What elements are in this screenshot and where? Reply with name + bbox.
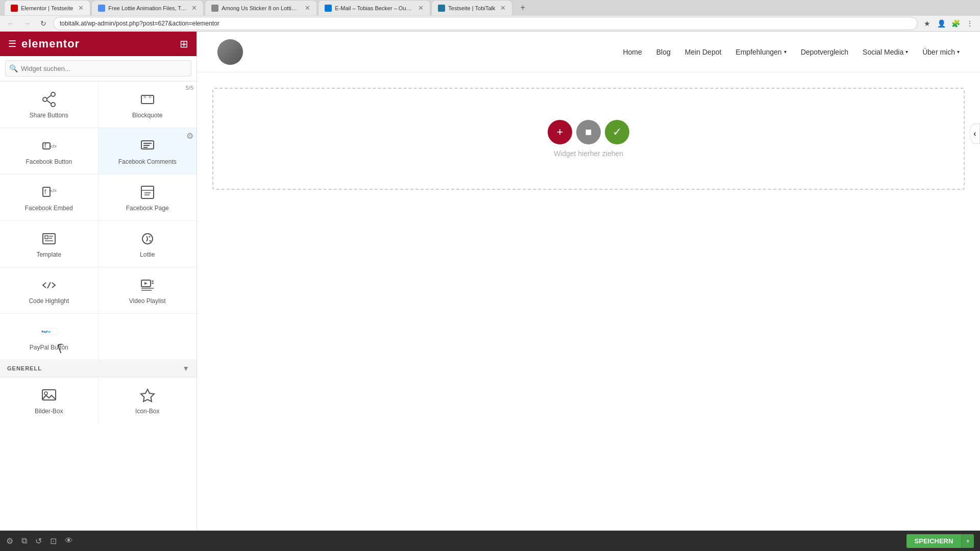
address-bar[interactable]: tobitalk.at/wp-admin/post.php?post=627&a… [53, 17, 918, 30]
widget-share-buttons[interactable]: Share Buttons [0, 82, 99, 128]
widget-template[interactable]: Template [0, 221, 99, 267]
nav-social-media[interactable]: Social Media ▾ [863, 48, 908, 56]
tab-close-wp[interactable]: ✕ [500, 4, 506, 12]
svg-point-29 [149, 240, 151, 242]
widget-video-playlist[interactable]: Video Playlist [99, 267, 197, 313]
widget-icon-box[interactable]: Icon-Box [99, 378, 197, 423]
section-generell-title: GENERELL [7, 365, 42, 371]
widgets-row-6: Pay Pal PayPal Button [0, 313, 197, 360]
canvas-area: Home Blog Mein Depot Empfehlungen ▾ Depo… [197, 32, 980, 531]
widget-bilder-box[interactable]: Bilder-Box [0, 378, 99, 423]
tab-favicon-among [211, 5, 218, 12]
section-generell-arrow: ▼ [182, 364, 189, 372]
tab-close-lottie[interactable]: ✕ [191, 4, 197, 12]
bookmark-button[interactable]: ★ [921, 17, 933, 30]
widgets-row-1: Share Buttons " " Blockquote 5/5 [0, 81, 197, 128]
widget-empty [99, 314, 197, 360]
tab-outlook[interactable]: E-Mail – Tobias Becker – Outlook ✕ [318, 0, 430, 15]
elementor-sidebar: ☰ elementor ⊞ 🔍 [0, 32, 197, 531]
nav-mein-depot[interactable]: Mein Depot [685, 48, 722, 56]
icon-box-icon [138, 386, 157, 405]
add-section-button[interactable]: + [548, 120, 572, 144]
widget-blockquote[interactable]: " " Blockquote 5/5 [99, 82, 197, 128]
blockquote-badge: 5/5 [186, 85, 193, 91]
social-dropdown-arrow: ▾ [905, 49, 908, 55]
widgets-row-4: Template Lottie [0, 220, 197, 267]
settings-button[interactable]: ⚙ [6, 536, 13, 546]
forward-button[interactable]: → [20, 17, 34, 30]
video-playlist-label: Video Playlist [129, 297, 166, 305]
facebook-comments-gear: ⚙ [186, 131, 193, 141]
tab-favicon-lottie [98, 5, 105, 12]
main-layout: ☰ elementor ⊞ 🔍 [0, 32, 980, 531]
widget-code-highlight[interactable]: Code Highlight [0, 267, 99, 313]
widget-facebook-comments[interactable]: ⚙ Facebook Comments [99, 128, 197, 174]
hamburger-menu-button[interactable]: ☰ [8, 38, 16, 49]
svg-text:</>: </> [50, 144, 57, 149]
widget-lottie[interactable]: Lottie [99, 221, 197, 267]
widget-facebook-button[interactable]: f </> Facebook Button [0, 128, 99, 174]
svg-line-30 [47, 282, 51, 288]
extension-button[interactable]: 🧩 [949, 17, 962, 30]
confirm-section-button[interactable]: ✓ [605, 120, 629, 144]
svg-point-41 [44, 392, 47, 395]
bilder-box-label: Bilder-Box [35, 408, 63, 415]
bottom-toolbar: ⚙ ⧉ ↺ ⊡ 👁 SPEICHERN + [0, 531, 980, 551]
layers-button[interactable]: ⧉ [21, 536, 27, 546]
reload-button[interactable]: ↻ [37, 17, 50, 30]
profile-button[interactable]: 👤 [935, 17, 947, 30]
site-logo [217, 39, 243, 65]
site-header: Home Blog Mein Depot Empfehlungen ▾ Depo… [197, 32, 980, 72]
collapse-sidebar-button[interactable]: ‹ [970, 123, 980, 144]
tab-favicon-outlook [325, 5, 332, 12]
svg-point-0 [43, 97, 47, 102]
save-button[interactable]: SPEICHERN [906, 534, 962, 548]
preview-button[interactable]: 👁 [65, 536, 73, 546]
nav-depotvergleich[interactable]: Depotvergleich [801, 48, 848, 56]
widget-facebook-page[interactable]: Facebook Page [99, 174, 197, 220]
tab-lottie[interactable]: Free Lottie Animation Files, Too... ✕ [91, 0, 204, 15]
move-section-button[interactable]: ■ [576, 120, 601, 144]
browser-tabs: Elementor | Testseite ✕ Free Lottie Anim… [0, 0, 980, 16]
drop-zone[interactable]: + ■ ✓ Widget hierher ziehen [212, 88, 965, 190]
new-tab-button[interactable]: + [516, 1, 530, 15]
site-nav: Home Blog Mein Depot Empfehlungen ▾ Depo… [623, 48, 960, 56]
facebook-embed-label: Facebook Embed [25, 205, 73, 212]
back-button[interactable]: ← [4, 17, 17, 30]
nav-blog[interactable]: Blog [656, 48, 671, 56]
svg-point-2 [51, 103, 55, 107]
uber-dropdown-arrow: ▾ [957, 49, 960, 55]
search-input[interactable] [5, 60, 191, 77]
paypal-button-icon: Pay Pal [40, 322, 58, 341]
tab-elementor[interactable]: Elementor | Testseite ✕ [4, 0, 90, 15]
facebook-button-label: Facebook Button [26, 158, 72, 165]
widget-facebook-embed[interactable]: f </> Facebook Embed [0, 174, 99, 220]
tab-close-outlook[interactable]: ✕ [418, 4, 424, 12]
more-button[interactable]: ⋮ [964, 17, 976, 30]
section-header-generell[interactable]: GENERELL ▼ [0, 360, 197, 377]
svg-rect-23 [45, 236, 48, 239]
facebook-page-label: Facebook Page [126, 205, 169, 212]
tab-favicon-wp [438, 5, 445, 12]
tab-close-elementor[interactable]: ✕ [78, 4, 84, 12]
history-button[interactable]: ↺ [35, 536, 42, 546]
nav-empfehlungen[interactable]: Empfehlungen ▾ [736, 48, 786, 56]
tab-among[interactable]: Among Us Sticker 8 on Lottiefil... ✕ [205, 0, 317, 15]
tab-title-lottie: Free Lottie Animation Files, Too... [108, 5, 186, 11]
svg-text:Pay: Pay [41, 330, 46, 333]
grid-view-button[interactable]: ⊞ [180, 38, 188, 50]
search-icon: 🔍 [9, 64, 18, 72]
facebook-comments-icon [138, 137, 157, 155]
widget-paypal-button[interactable]: Pay Pal PayPal Button [0, 314, 99, 360]
save-dropdown-button[interactable]: + [961, 534, 974, 548]
svg-marker-42 [141, 389, 154, 402]
tab-wp[interactable]: Testseite | TobiTalk ✕ [431, 0, 512, 15]
facebook-page-icon [138, 183, 157, 202]
responsive-button[interactable]: ⊡ [50, 536, 57, 546]
nav-home[interactable]: Home [623, 48, 642, 56]
nav-uber-mich[interactable]: Über mich ▾ [922, 48, 960, 56]
browser-actions: ★ 👤 🧩 ⋮ [921, 17, 976, 30]
facebook-button-icon: f </> [40, 137, 58, 155]
widgets-row-2: f </> Facebook Button ⚙ [0, 128, 197, 174]
tab-close-among[interactable]: ✕ [305, 4, 310, 12]
